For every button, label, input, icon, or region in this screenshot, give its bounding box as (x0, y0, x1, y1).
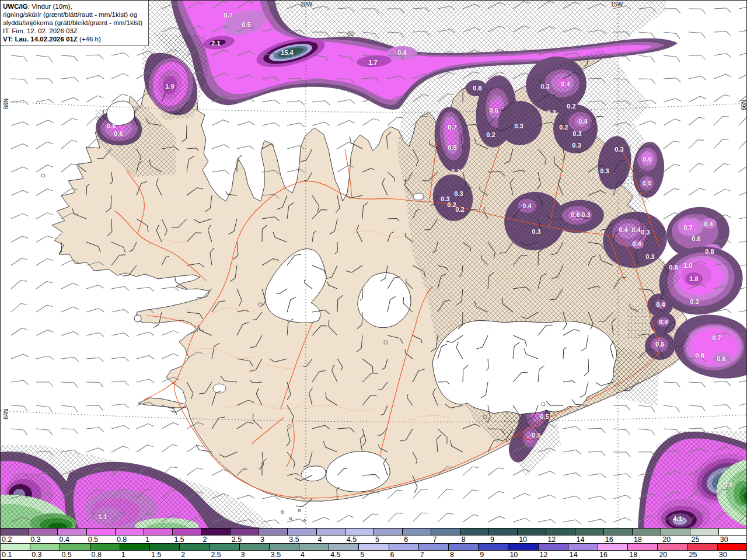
wind-barb (714, 8, 731, 13)
legend-segment (374, 528, 403, 535)
wind-barb (739, 402, 747, 410)
legend-segment (1, 528, 29, 535)
legend-tick-label: 4 (301, 551, 305, 559)
wind-barb (588, 428, 605, 433)
legend-tick-label: 3.5 (289, 536, 299, 544)
legend-tick-label: 20 (659, 551, 667, 559)
legend-tick-label: 1.5 (174, 536, 184, 544)
wind-barb (86, 358, 104, 363)
info-line-2: rigning/skúrir (grænt/blátt/rautt - mm/1… (3, 10, 145, 19)
legend-segment (431, 528, 460, 535)
wind-barb (613, 494, 631, 503)
wind-barb (588, 473, 606, 480)
legend-segment (460, 528, 489, 535)
wind-barb (287, 100, 305, 107)
rain-scale-labels: 0.10.30.50.811.522.533.544.5567891012141… (1, 551, 747, 558)
legend-segment (240, 544, 270, 550)
wind-barb (739, 379, 747, 387)
legend-tick-label: 2 (181, 551, 185, 559)
wind-barb (638, 120, 656, 130)
wind-barb (664, 9, 680, 13)
legend-tick-label: 30 (720, 536, 728, 544)
wind-barb (613, 429, 630, 435)
info-line-3: slydda/snjókoma (grátt/bleikt/grænt - mm… (3, 19, 145, 27)
wind-barb (638, 405, 655, 412)
wind-barb (212, 118, 229, 130)
wind-barb (538, 470, 556, 480)
legend-segment (419, 544, 449, 550)
wind-barb (714, 382, 731, 387)
wind-barb (237, 120, 254, 130)
wind-barb (337, 119, 355, 130)
wind-barb (714, 136, 729, 152)
legend-tick-label: 5 (360, 551, 364, 559)
wind-barb (36, 234, 53, 246)
wind-barb (513, 517, 530, 526)
legend-tick-label: 0.5 (88, 536, 98, 544)
wind-barb (36, 163, 53, 176)
legend-tick-label: 0.4 (59, 536, 69, 544)
wind-barb (613, 405, 630, 411)
wind-barb (86, 382, 103, 387)
legend-segment (90, 544, 120, 550)
legend-segment (259, 528, 288, 535)
wind-barb (739, 216, 747, 223)
legend-tick-label: 0.1 (2, 551, 12, 559)
wind-barb (463, 464, 479, 479)
wind-barb (689, 382, 706, 387)
wind-barb (588, 495, 606, 503)
wind-barb (11, 278, 27, 292)
wind-barb (212, 143, 229, 153)
wind-barb (739, 162, 747, 176)
wind-barb (86, 332, 104, 340)
wind-barb (664, 162, 680, 176)
legend-tick-label: 4 (318, 536, 322, 544)
wind-barb (664, 382, 680, 387)
legend-tick-label: 3.5 (271, 551, 281, 559)
wind-barb (11, 212, 29, 223)
legend-segment (489, 528, 518, 535)
legend-tick-label: 0.2 (2, 536, 12, 544)
wind-barb (36, 140, 53, 153)
legend-tick-label: 12 (540, 551, 548, 559)
wind-barb (739, 242, 747, 247)
wind-barb (488, 489, 504, 502)
legend-tick-label: 9 (490, 536, 494, 544)
wind-barb (337, 141, 354, 153)
wind-barb (714, 73, 731, 83)
legend-tick-label: 2 (203, 536, 207, 544)
legend-segment (575, 528, 604, 535)
wind-barb (463, 487, 479, 502)
wind-barb (36, 429, 53, 435)
wind-barb (362, 117, 379, 130)
legend-tick-label: 0.8 (92, 551, 102, 559)
wind-barb (36, 211, 53, 223)
legend-segment (288, 528, 316, 535)
legend-segment (633, 528, 661, 535)
legend-tick-label: 0.5 (61, 551, 71, 559)
wind-barb (388, 487, 403, 502)
wind-barb (613, 452, 630, 457)
wind-barb (714, 404, 731, 410)
legend-segment (604, 528, 633, 535)
legend-tick-label: 8 (462, 536, 466, 544)
wind-barb (36, 328, 54, 340)
wind-barb (413, 510, 428, 525)
legend-tick-label: 18 (629, 551, 637, 559)
legend-segment (150, 544, 180, 550)
wind-barb (663, 405, 680, 412)
legend-segment (120, 544, 150, 550)
wind-barb (11, 326, 27, 340)
wind-barb (739, 189, 747, 200)
wind-barb (438, 510, 453, 526)
wind-barb (312, 516, 330, 526)
wind-barb (86, 405, 103, 411)
legend-tick-label: 10 (509, 551, 518, 559)
legend: 0.20.30.40.50.811.522.533.544.5567891012… (1, 528, 747, 560)
legend-tick-label: 9 (480, 551, 484, 559)
legend-segment (389, 544, 419, 550)
legend-tick-label: 7 (420, 551, 424, 559)
wind-barb (739, 309, 747, 317)
graticule-label: 15W (611, 1, 623, 8)
legend-tick-label: 0.8 (117, 536, 127, 544)
